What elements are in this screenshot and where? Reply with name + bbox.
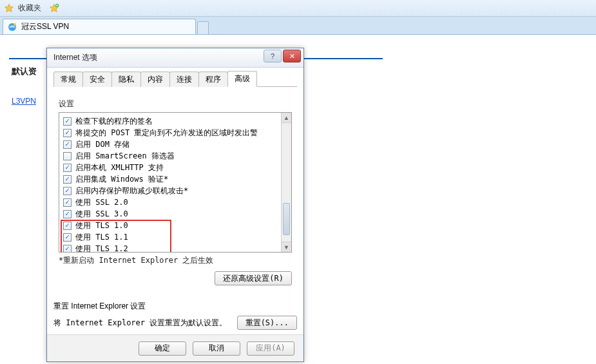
setting-label: 启用 SmartScreen 筛选器 [75, 151, 175, 162]
checkbox-icon[interactable] [63, 164, 72, 172]
scroll-thumb[interactable] [283, 203, 290, 235]
checkbox-icon[interactable] [63, 140, 72, 149]
settings-fieldset: 设置 检查下载的程序的签名将提交的 POST 重定向到不允许发送的区域时发出警启… [53, 93, 297, 292]
tab-connections[interactable]: 连接 [169, 72, 199, 87]
setting-row[interactable]: 使用 TLS 1.1 [63, 231, 289, 243]
checkbox-icon[interactable] [63, 117, 72, 126]
favorites-star-icon[interactable] [4, 3, 14, 14]
setting-row[interactable]: 启用本机 XMLHTTP 支持 [63, 162, 289, 173]
checkbox-icon[interactable] [63, 245, 72, 253]
browser-tabstrip: 冠云SSL VPN [0, 17, 596, 35]
setting-row[interactable]: 检查下载的程序的签名 [63, 115, 289, 127]
reset-legend: 重置 Internet Explorer 设置 [53, 301, 297, 312]
setting-label: 启用本机 XMLHTTP 支持 [75, 162, 164, 173]
dialog-close-button[interactable]: ✕ [283, 50, 301, 62]
checkbox-icon[interactable] [63, 187, 72, 195]
setting-label: 启用 DOM 存储 [75, 139, 130, 150]
checkbox-icon[interactable] [63, 129, 72, 137]
internet-options-dialog: Internet 选项 ? ✕ 常规 安全 隐私 内容 连接 程序 高级 设置 … [46, 48, 304, 362]
apply-button[interactable]: 应用(A) [247, 341, 294, 356]
setting-label: 使用 TLS 1.2 [75, 244, 128, 253]
dialog-title: Internet 选项 [53, 52, 97, 63]
setting-row[interactable]: 启用内存保护帮助减少联机攻击* [63, 185, 289, 196]
tab-advanced[interactable]: 高级 [227, 71, 257, 87]
setting-label: 使用 SSL 3.0 [75, 209, 128, 220]
dialog-body: 常规 安全 隐私 内容 连接 程序 高级 设置 检查下载的程序的签名将提交的 P… [47, 68, 303, 355]
setting-label: 将提交的 POST 重定向到不允许发送的区域时发出警 [75, 128, 258, 139]
browser-tab-active[interactable]: 冠云SSL VPN [3, 19, 196, 34]
setting-row[interactable]: 启用集成 Windows 验证* [63, 173, 289, 185]
browser-tab-title: 冠云SSL VPN [21, 21, 69, 32]
setting-row[interactable]: 启用 SmartScreen 筛选器 [63, 150, 289, 162]
favorites-label: 收藏夹 [18, 3, 41, 14]
setting-label: 使用 TLS 1.1 [75, 232, 128, 243]
dialog-tabs: 常规 安全 隐私 内容 连接 程序 高级 [53, 72, 297, 87]
tab-programs[interactable]: 程序 [198, 72, 228, 87]
tab-security[interactable]: 安全 [82, 72, 112, 87]
tab-content[interactable]: 内容 [140, 72, 170, 87]
add-favorite-icon[interactable] [49, 3, 59, 14]
setting-row[interactable]: 将提交的 POST 重定向到不允许发送的区域时发出警 [63, 127, 289, 139]
restart-note: *重新启动 Internet Explorer 之后生效 [59, 255, 292, 266]
setting-row[interactable]: 启用 DOM 存储 [63, 139, 289, 150]
checkbox-icon[interactable] [63, 175, 72, 184]
favorites-bar: 收藏夹 [0, 0, 596, 17]
scroll-down-icon[interactable]: ▼ [282, 242, 291, 252]
tab-general[interactable]: 常规 [53, 72, 83, 87]
checkbox-icon[interactable] [63, 152, 72, 160]
settings-legend: 设置 [59, 99, 292, 110]
cancel-button[interactable]: 取消 [193, 341, 240, 356]
tab-privacy[interactable]: 隐私 [111, 72, 141, 87]
scroll-up-icon[interactable]: ▲ [282, 113, 291, 123]
new-tab-button[interactable] [197, 21, 209, 34]
ok-button[interactable]: 确定 [139, 341, 186, 356]
settings-listbox: 检查下载的程序的签名将提交的 POST 重定向到不允许发送的区域时发出警启用 D… [59, 112, 292, 253]
checkbox-icon[interactable] [63, 198, 72, 207]
setting-label: 启用内存保护帮助减少联机攻击* [75, 186, 188, 196]
setting-label: 检查下载的程序的签名 [75, 116, 153, 127]
dialog-titlebar: Internet 选项 ? ✕ [47, 48, 303, 68]
setting-label: 使用 SSL 2.0 [75, 197, 128, 208]
checkbox-icon[interactable] [63, 210, 72, 218]
setting-row[interactable]: 使用 TLS 1.0 [63, 220, 289, 231]
checkbox-icon[interactable] [63, 222, 72, 230]
restore-defaults-button[interactable]: 还原高级设置(R) [215, 271, 292, 285]
ie-icon [7, 22, 17, 32]
dialog-footer: 确定 取消 应用(A) [47, 334, 303, 361]
setting-row[interactable]: 使用 TLS 1.2 [63, 243, 289, 253]
reset-button[interactable]: 重置(S)... [237, 316, 297, 330]
setting-row[interactable]: 使用 SSL 3.0 [63, 208, 289, 220]
setting-row[interactable]: 使用 SSL 2.0 [63, 196, 289, 208]
setting-label: 使用 TLS 1.0 [75, 220, 128, 231]
dialog-help-button[interactable]: ? [264, 50, 282, 62]
l3vpn-link[interactable]: L3VPN [12, 97, 36, 106]
svg-point-2 [14, 23, 16, 26]
setting-label: 启用集成 Windows 验证* [75, 174, 168, 185]
reset-description: 将 Internet Explorer 设置重置为默认设置。 [53, 318, 227, 329]
checkbox-icon[interactable] [63, 233, 72, 242]
settings-scrollbar[interactable]: ▲ ▼ [281, 113, 291, 252]
